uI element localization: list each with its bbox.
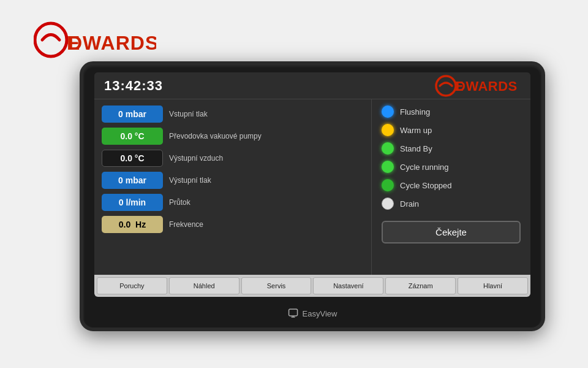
label-vystupni-tlak: Výstupní tlak [169,176,211,185]
main-logo-svg: DWARDS E [34,17,156,63]
status-warmup: Warm up [382,124,521,136]
measurement-row-2: 0.0 °C Převodovka vakuové pumpy [102,128,364,145]
status-flushing: Flushing [382,105,521,118]
status-cycle-stopped: Cycle Stopped [382,179,521,191]
dot-flushing [382,105,394,118]
measurement-row-4: 0 mbar Výstupní tlak [102,172,364,189]
nav-poruchy[interactable]: Poruchy [97,277,167,294]
label-standby: Stand By [400,144,432,153]
label-warmup: Warm up [400,126,432,135]
value-prevodovka: 0.0 °C [102,128,163,145]
label-drain: Drain [400,199,419,209]
header-logo: DWARDS E [435,75,521,97]
label-flushing: Flushing [400,107,430,117]
screen-header: 13:42:33 DWARDS E [94,72,530,99]
status-drain: Drain [382,197,521,210]
value-prutok: 0 l/min [102,194,163,211]
easy-view-bar: EasyView [288,308,337,319]
dot-cycle-running [382,161,394,173]
value-frekvence: 0.0 Hz [102,216,163,233]
screen-nav: Poruchy Náhled Servis Nastavení Záznam H… [94,275,530,297]
svg-text:E: E [454,79,464,94]
measurement-row-5: 0 l/min Průtok [102,194,364,211]
status-standby: Stand By [382,142,521,155]
label-cycle-running: Cycle running [400,163,449,172]
wait-button[interactable]: Čekejte [382,221,521,243]
dot-cycle-stopped [382,179,394,191]
screen-content: 0 mbar Vstupní tlak 0.0 °C Převodovka va… [94,99,530,275]
status-cycle-running: Cycle running [382,161,521,173]
label-vstupni-tlak: Vstupní tlak [169,110,208,118]
nav-servis[interactable]: Servis [241,277,312,294]
svg-text:DWARDS: DWARDS [68,32,156,54]
nav-zaznam[interactable]: Záznam [385,277,456,294]
easyview-icon [288,308,299,319]
svg-point-0 [35,23,67,56]
label-cycle-stopped: Cycle Stopped [400,181,452,190]
measurement-row-1: 0 mbar Vstupní tlak [102,105,364,123]
svg-text:E: E [67,32,80,54]
easy-view-label: EasyView [303,309,337,318]
value-vystupni-vzduch: 0.0 °C [102,150,163,167]
svg-text:DWARDS: DWARDS [456,79,518,94]
measurement-row-6: 0.0 Hz Frekvence [102,216,364,233]
header-logo-svg: DWARDS E [435,75,521,97]
label-frekvence: Frekvence [169,220,203,229]
label-vystupni-vzduch: Výstupní vzduch [169,154,223,163]
label-prevodovka: Převodovka vakuové pumpy [169,132,262,140]
dot-drain [382,197,394,210]
dot-standby [382,142,394,155]
left-panel: 0 mbar Vstupní tlak 0.0 °C Převodovka va… [94,99,371,275]
right-panel: Flushing Warm up Stand By Cycle running [371,99,530,275]
dot-warmup [382,124,394,136]
value-vystupni-tlak: 0 mbar [102,172,163,189]
nav-hlavni[interactable]: Hlavní [458,277,528,294]
svg-rect-6 [289,309,298,316]
hmi-screen: 13:42:33 DWARDS E 0 mbar Vstupní tlak [94,72,530,297]
value-vstupni-tlak: 0 mbar [102,105,163,123]
time-display: 13:42:33 [104,78,163,94]
nav-nastaveni[interactable]: Nastavení [313,277,383,294]
hmi-device: 13:42:33 DWARDS E 0 mbar Vstupní tlak [80,61,545,331]
nav-nahled[interactable]: Náhled [169,277,239,294]
measurement-row-3: 0.0 °C Výstupní vzduch [102,150,364,167]
label-prutok: Průtok [169,198,190,207]
main-logo: DWARDS E [34,17,156,66]
